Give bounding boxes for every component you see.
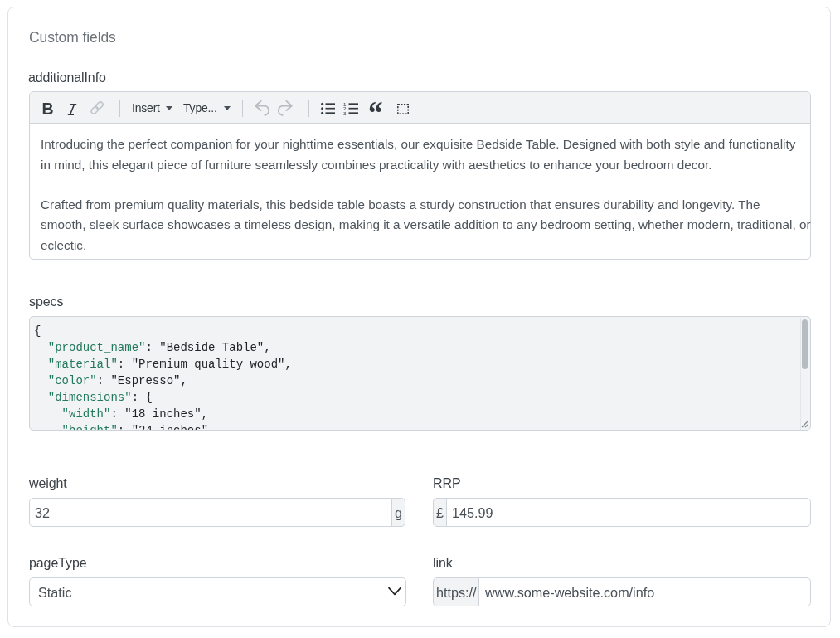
svg-text:3: 3 xyxy=(343,110,347,115)
